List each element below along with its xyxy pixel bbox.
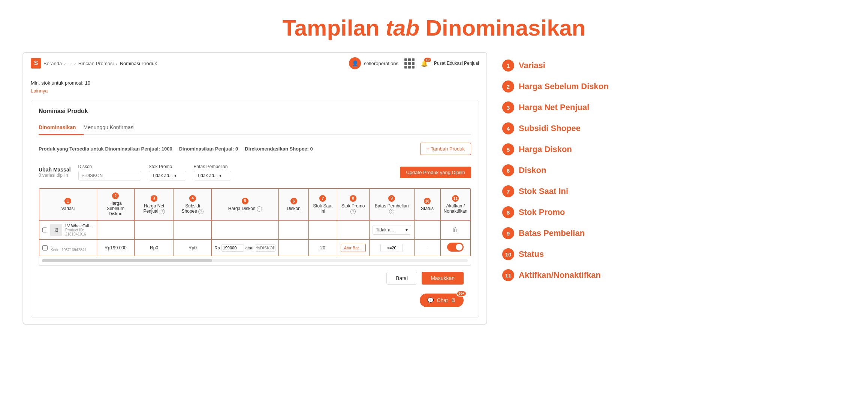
notif-badge: 12 [424,58,431,62]
th-stok-saat-ini: 7 Stok Saat Ini [309,189,337,221]
direkomendasikan-label: Direkomendasikan Shopee: [245,146,310,152]
tabs-container: Dinominasikan Menunggu Konfirmasi [39,121,471,135]
td-stok-promo-parent [337,221,369,240]
chevron-down-icon-3: ▾ [406,227,408,233]
min-stok-text: Min. stok untuk promosi: 10 [31,80,479,86]
tab-dinominasikan[interactable]: Dinominasikan [39,121,84,135]
row-checkbox-variant[interactable] [42,245,48,250]
chat-area: 💬 Chat 🖥 99+ [39,291,471,310]
product-name: LV WhaleTail ... [65,224,94,228]
edu-center-button[interactable]: Pusat Edukasi Penjual [434,61,479,66]
td-variasi-variant: - Kode: 105716942841 [39,240,97,256]
th-aktifkan: 11 Aktifkan /Nonaktifkan [440,189,470,221]
tersedia-label: Produk yang Tersedia untuk Dinominasikan… [39,146,162,152]
chat-icon: 💬 [427,297,434,303]
harga-diskon-pct-input[interactable] [255,244,275,252]
td-aktif-parent: 🗑 [440,221,470,240]
th-batas-pembelian: 9 Batas Pembelian ? [369,189,414,221]
nominasi-card: Nominasi Produk Dinominasikan Menunggu K… [31,100,479,318]
th-diskon: 6 Diskon [279,189,309,221]
legend-item-3: 3 Harga Net Penjual [502,101,637,113]
ubah-massal-row: Ubah Massal 0 variasi dipilih Diskon Sto… [39,161,471,183]
legend-item-9: 9 Batas Pembelian [502,227,637,239]
legend-item-10: 10 Status [502,248,637,260]
browser-window: S Beranda › ··· › Rincian Promosi › Nomi… [22,52,487,325]
username: selleroperations [364,61,398,66]
batas-pembelian-select[interactable]: Tidak ad... ▾ [194,171,231,180]
th-harga-diskon: 5 Harga Diskon ? [211,189,278,221]
horizontal-scrollbar[interactable] [42,259,468,262]
breadcrumb-rincian[interactable]: Rincian Promosi [78,61,114,66]
stats-row: Produk yang Tersedia untuk Dinominasikan… [39,143,471,155]
product-table-wrapper: 1 Variasi 2 Harga SebelumDiskon 3 Harga … [39,188,471,265]
breadcrumb-home[interactable]: Beranda [43,61,62,66]
legend-item-2: 2 Harga Sebelum Diskon [502,81,637,92]
dinominasikan-label: Dinominasikan Penjual: [179,146,235,152]
td-harga-sebelum-parent [97,221,134,240]
th-harga-sebelum: 2 Harga SebelumDiskon [97,189,134,221]
batas-pembelian-field-group: Batas Pembelian Tidak ad... ▾ [194,164,231,180]
breadcrumb-dots[interactable]: ··· [68,61,72,66]
legend-item-7: 7 Stok Saat Ini [502,185,637,197]
td-subsidi-variant: Rp0 [174,240,211,256]
tersedia-value: 1000 [162,146,172,152]
chat-label: Chat [437,297,448,303]
batas-input[interactable] [380,244,403,252]
td-status-variant: - [414,240,440,256]
screen-icon: 🖥 [451,297,456,303]
chevron-down-icon: ▾ [174,173,177,178]
tab-menunggu[interactable]: Menunggu Konfirmasi [84,121,142,135]
dinominasikan-value: 0 [235,146,238,152]
user-info: 👤 selleroperations [349,57,398,69]
batas-select-parent[interactable]: Tidak a... ▾ [373,225,411,235]
diskon-label: Diskon [78,164,141,169]
table-row-variant: - Kode: 105716942841 Rp199.000 Rp0 Rp0 [39,240,471,256]
chevron-down-icon-2: ▾ [219,173,221,178]
page-title: Tampilan tab Dinominasikan [0,15,868,41]
th-subsidi: 4 Subsidi Shopee ? [174,189,211,221]
action-row: Batal Masukkan [39,265,471,291]
row-checkbox-parent[interactable] [42,227,47,233]
direkomendasikan-value: 0 [310,146,313,152]
diskon-input[interactable] [78,171,141,180]
td-aktif-variant [440,240,470,256]
th-status: 10 Status [414,189,440,221]
stok-promo-select[interactable]: Tidak ad... ▾ [149,171,186,180]
legend-item-6: 6 Diskon [502,164,637,176]
user-avatar: 👤 [349,57,361,69]
th-harga-net: 3 Harga Net Penjual ? [134,189,174,221]
product-thumbnail: 🖼 [50,224,62,236]
td-harga-diskon-variant: Rp atau [211,240,278,256]
page-title-area: Tampilan tab Dinominasikan [0,0,868,52]
harga-diskon-rp-input[interactable] [221,244,244,252]
add-product-button[interactable]: + Tambah Produk [420,143,471,155]
content-area: Min. stok untuk promosi: 10 Lainnya Nomi… [23,74,486,324]
atur-batas-button[interactable]: Atur Bat... [341,244,366,252]
td-stok-promo-variant: Atur Bat... [337,240,369,256]
td-harga-diskon-parent [211,221,278,240]
delete-icon[interactable]: 🗑 [452,227,458,233]
td-subsidi-parent [174,221,211,240]
td-stok-parent [309,221,337,240]
batal-button[interactable]: Batal [386,272,417,285]
td-diskon-parent [279,221,309,240]
diskon-field-group: Diskon [78,164,141,180]
legend-sidebar: 1 Variasi 2 Harga Sebelum Diskon 3 Harga… [502,52,637,325]
ubah-massal-title: Ubah Massal [39,167,71,173]
shopee-logo: S [31,58,41,69]
legend-item-1: 1 Variasi [502,60,637,72]
aktifkan-toggle[interactable] [447,243,464,252]
masukkan-button[interactable]: Masukkan [422,272,464,285]
update-products-button[interactable]: Update Produk yang Dipilih [400,167,471,178]
td-harga-sebelum-variant: Rp199.000 [97,240,134,256]
stok-promo-label: Stok Promo [149,164,186,169]
scrollbar-area [39,256,471,265]
variant-kode: Kode: 105716942841 [51,248,87,252]
breadcrumb: S Beranda › ··· › Rincian Promosi › Nomi… [31,58,157,69]
td-batas-parent: Tidak a... ▾ [369,221,414,240]
apps-grid-icon[interactable] [404,58,415,69]
top-bar-right: 👤 selleroperations 🔔 12 Pusat Edukasi Pe… [349,57,479,69]
notification-bell[interactable]: 🔔 12 [421,60,428,67]
card-title: Nominasi Produk [39,108,471,115]
lainnya-link[interactable]: Lainnya [31,88,48,94]
